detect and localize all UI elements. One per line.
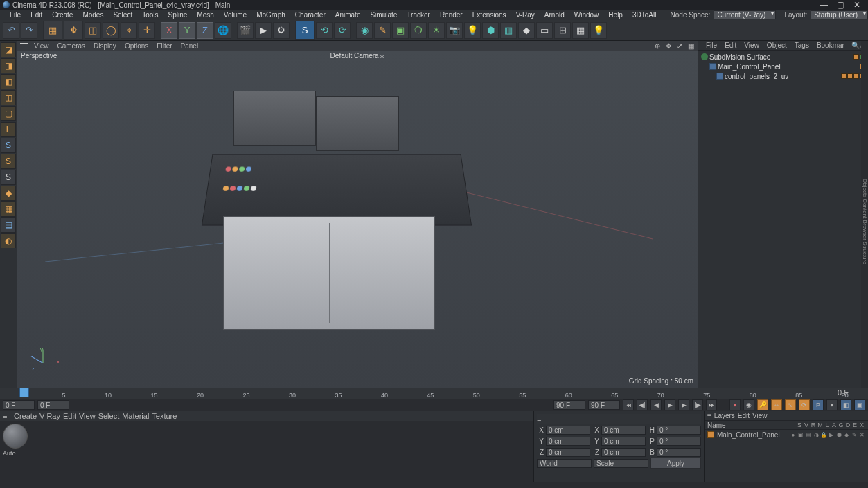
menu-file[interactable]: File bbox=[6, 11, 25, 19]
menu-edit[interactable]: Edit bbox=[26, 11, 46, 19]
toggle-b-icon[interactable]: ▦ bbox=[1, 201, 16, 217]
menu-arnold[interactable]: Arnold bbox=[540, 11, 569, 19]
material-menu-texture[interactable]: Texture bbox=[152, 412, 177, 420]
pos-x-field[interactable]: 0 cm bbox=[546, 426, 590, 435]
pos-y-field[interactable]: 0 cm bbox=[546, 437, 590, 446]
timeline-ruler[interactable]: 0 5 10 15 20 25 30 35 40 45 50 55 60 65 … bbox=[0, 388, 868, 399]
coord-mode-b-select[interactable]: Scale bbox=[594, 459, 648, 468]
layers-menu-view[interactable]: View bbox=[752, 412, 768, 419]
menu-render[interactable]: Render bbox=[436, 11, 467, 19]
redo-button[interactable]: ↷ bbox=[21, 22, 37, 39]
layer-flag-icon[interactable]: 🔒 bbox=[820, 431, 827, 438]
arnold-a-button[interactable]: ⟲ bbox=[316, 22, 333, 39]
layer-flag-icon[interactable]: ⬢ bbox=[835, 431, 842, 438]
menu-help[interactable]: Help bbox=[604, 11, 627, 19]
vp-nav-icon-d[interactable]: ▦ bbox=[687, 42, 695, 50]
spline-button[interactable]: ✎ bbox=[374, 22, 391, 39]
go-start-button[interactable]: ⏮ bbox=[623, 399, 634, 410]
arnold-b-button[interactable]: ⟳ bbox=[334, 22, 351, 39]
environment-button[interactable]: ☀ bbox=[428, 22, 445, 39]
point-mode-icon[interactable]: S bbox=[1, 138, 16, 153]
layer-flag-icon[interactable]: ▤ bbox=[805, 431, 812, 438]
layer-flag-icon[interactable]: ◑ bbox=[813, 431, 820, 438]
window-close-button[interactable]: ✕ bbox=[849, 0, 865, 10]
rot-h-field[interactable]: 0 ° bbox=[657, 426, 701, 435]
material-menu-create[interactable]: Create bbox=[14, 412, 37, 420]
texture-mode-icon[interactable]: ◧ bbox=[1, 74, 16, 89]
axis-y-toggle[interactable]: Y bbox=[179, 22, 195, 39]
coord-apply-button[interactable]: Apply bbox=[650, 458, 701, 469]
move-tool-button[interactable]: ✥ bbox=[64, 21, 83, 40]
material-menu-vray[interactable]: V-Ray bbox=[39, 412, 60, 420]
range-start-a-field[interactable]: 0 F bbox=[3, 400, 35, 410]
key-rot-button[interactable]: ⟳ bbox=[799, 399, 810, 410]
last-tool-button[interactable]: ⌖ bbox=[121, 22, 137, 39]
primitive-button[interactable]: ◉ bbox=[356, 22, 373, 39]
tag-chip-icon[interactable] bbox=[853, 73, 859, 79]
place-tool-button[interactable]: ✛ bbox=[139, 22, 155, 39]
menu-tracker[interactable]: Tracker bbox=[402, 11, 434, 19]
undo-button[interactable]: ↶ bbox=[3, 22, 19, 39]
range-end-b-field[interactable]: 90 F bbox=[588, 400, 620, 410]
layer-flag-icon[interactable]: ✕ bbox=[858, 431, 865, 438]
objects-menu-edit[interactable]: Edit bbox=[722, 42, 739, 49]
viewport-lights-button[interactable]: 💡 bbox=[590, 22, 607, 39]
prev-key-button[interactable]: ◀| bbox=[637, 399, 648, 410]
layers-menu-edit[interactable]: Edit bbox=[738, 412, 750, 419]
generator-button[interactable]: ▣ bbox=[392, 22, 409, 39]
render-settings-button[interactable]: ⚙ bbox=[273, 22, 290, 39]
material-manager[interactable]: Auto bbox=[0, 421, 533, 488]
rot-b-field[interactable]: 0 ° bbox=[657, 448, 701, 457]
go-end-button[interactable]: ⏭ bbox=[706, 399, 717, 410]
tag-chip-icon[interactable] bbox=[847, 73, 853, 79]
light-button[interactable]: 💡 bbox=[464, 22, 481, 39]
vp-nav-icon-c[interactable]: ⤢ bbox=[675, 42, 684, 50]
object-manager-tree[interactable]: Subdivision Surface Main_Control_Panel c… bbox=[698, 51, 868, 388]
key-pos-button[interactable]: ↔ bbox=[771, 399, 782, 410]
menu-create[interactable]: Create bbox=[48, 11, 77, 19]
render-region-button[interactable]: ▶ bbox=[255, 22, 272, 39]
layers-menu-layers[interactable]: Layers bbox=[714, 412, 735, 419]
window-minimize-button[interactable]: — bbox=[815, 0, 832, 10]
workplane-button[interactable]: ▦ bbox=[572, 22, 589, 39]
layout-select[interactable]: Startup (User) bbox=[811, 10, 868, 19]
menu-vray[interactable]: V-Ray bbox=[512, 11, 539, 19]
object-row-sds[interactable]: Subdivision Surface bbox=[709, 53, 852, 61]
deformer-button[interactable]: ❍ bbox=[410, 22, 427, 39]
vp-menu-display[interactable]: Display bbox=[90, 42, 120, 50]
material-menu-view[interactable]: View bbox=[79, 412, 96, 420]
objects-menu-file[interactable]: File bbox=[703, 42, 720, 49]
key-sel-button[interactable]: 🔑 bbox=[757, 399, 768, 410]
autokey-button[interactable]: ◉ bbox=[743, 399, 754, 410]
layer-row-name[interactable]: Main_Control_Panel bbox=[717, 431, 789, 439]
menu-simulate[interactable]: Simulate bbox=[366, 11, 401, 19]
layer-color-swatch[interactable] bbox=[707, 431, 714, 438]
objects-menu-object[interactable]: Object bbox=[764, 42, 790, 49]
object-mode-icon[interactable]: ▢ bbox=[1, 106, 16, 121]
axis-x-toggle[interactable]: X bbox=[161, 22, 177, 39]
viewport-3d[interactable]: Perspective Default Camera ⁎ Grid Spacin… bbox=[17, 51, 698, 388]
rotate-tool-button[interactable]: ◯ bbox=[103, 22, 119, 39]
menu-extensions[interactable]: Extensions bbox=[468, 11, 511, 19]
coord-system-button[interactable]: 🌐 bbox=[215, 22, 231, 39]
key-param-c-button[interactable]: ▣ bbox=[854, 399, 865, 410]
menu-mograph[interactable]: MoGraph bbox=[252, 11, 290, 19]
viewport-hamburger-icon[interactable] bbox=[19, 42, 29, 49]
toggle-a-icon[interactable]: ◆ bbox=[1, 186, 16, 201]
menu-animate[interactable]: Animate bbox=[331, 11, 365, 19]
objects-menu-tags[interactable]: Tags bbox=[792, 42, 812, 49]
size-y-field[interactable]: 0 cm bbox=[601, 437, 646, 446]
size-z-field[interactable]: 0 cm bbox=[601, 448, 646, 457]
tag-button[interactable]: ◆ bbox=[518, 22, 535, 39]
axis-z-toggle[interactable]: Z bbox=[197, 22, 213, 39]
menu-mesh[interactable]: Mesh bbox=[193, 11, 218, 19]
symmetry-button[interactable]: ▭ bbox=[536, 22, 553, 39]
vp-menu-options[interactable]: Options bbox=[121, 42, 152, 50]
next-key-button[interactable]: |▶ bbox=[692, 399, 703, 410]
window-maximize-button[interactable]: ▢ bbox=[832, 0, 849, 10]
layers-hamburger-icon[interactable]: ≡ bbox=[707, 412, 711, 419]
toggle-d-icon[interactable]: ◐ bbox=[1, 233, 16, 248]
material-menu-edit[interactable]: Edit bbox=[63, 412, 76, 420]
material-menu-select[interactable]: Select bbox=[98, 412, 120, 420]
menu-3dtoall[interactable]: 3DToAll bbox=[628, 11, 660, 19]
